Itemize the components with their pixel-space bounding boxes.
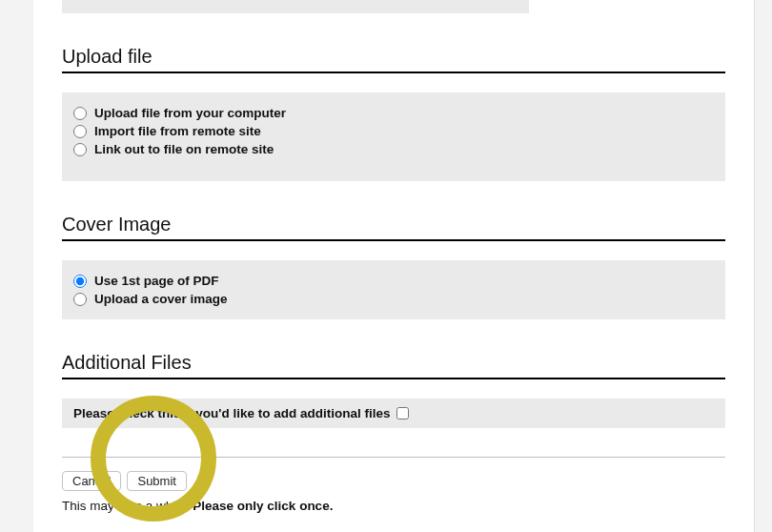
radio-label: Use 1st page of PDF <box>94 274 219 288</box>
cover-image-options-box: Use 1st page of PDF Upload a cover image <box>62 260 725 319</box>
radio-label: Upload a cover image <box>94 292 228 306</box>
radio-label: Link out to file on remote site <box>94 142 274 156</box>
divider <box>62 457 725 458</box>
upload-option-row[interactable]: Import file from remote site <box>73 122 714 140</box>
upload-file-title: Upload file <box>62 46 725 73</box>
form-button-row: Cancel Submit <box>62 471 725 491</box>
radio-upload-cover[interactable] <box>73 293 87 306</box>
submit-button[interactable]: Submit <box>127 471 186 491</box>
cover-image-title: Cover Image <box>62 214 725 241</box>
upload-option-row[interactable]: Link out to file on remote site <box>73 140 714 158</box>
upload-option-row[interactable]: Upload file from your computer <box>73 104 714 122</box>
submit-notice: This may take a while. Please only click… <box>62 499 725 513</box>
notice-text: This may take a while. <box>62 499 193 513</box>
additional-files-section: Additional Files Please check this if yo… <box>62 352 725 428</box>
radio-label: Upload file from your computer <box>94 106 286 120</box>
cover-option-row[interactable]: Upload a cover image <box>73 290 714 308</box>
radio-import-remote[interactable] <box>73 125 87 138</box>
additional-files-label: Please check this if you'd like to add a… <box>73 406 391 420</box>
notice-bold: Please only click once. <box>193 499 333 513</box>
cover-option-row[interactable]: Use 1st page of PDF <box>73 272 714 290</box>
upload-file-section: Upload file Upload file from your comput… <box>62 46 725 181</box>
radio-label: Import file from remote site <box>94 124 261 138</box>
radio-use-pdf-page[interactable] <box>73 275 87 288</box>
upload-file-options-box: Upload file from your computer Import fi… <box>62 92 725 181</box>
partial-grey-box <box>62 0 529 13</box>
additional-files-box: Please check this if you'd like to add a… <box>62 399 725 428</box>
radio-upload-computer[interactable] <box>73 107 87 120</box>
additional-files-title: Additional Files <box>62 352 725 379</box>
cancel-button[interactable]: Cancel <box>62 471 121 491</box>
form-container: Upload file Upload file from your comput… <box>33 0 755 532</box>
additional-files-checkbox[interactable] <box>396 407 409 419</box>
cover-image-section: Cover Image Use 1st page of PDF Upload a… <box>62 214 725 319</box>
radio-link-remote[interactable] <box>73 143 87 156</box>
